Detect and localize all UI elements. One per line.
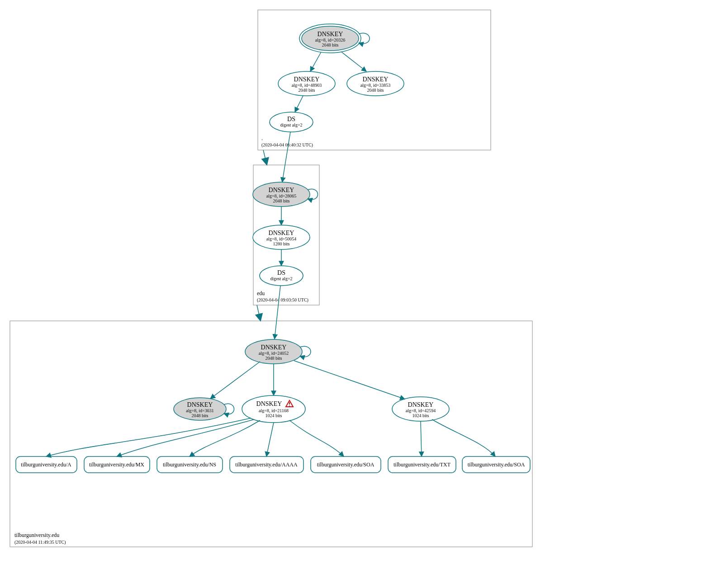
svg-text:DNSKEY: DNSKEY	[261, 344, 287, 351]
svg-text:DNSKEY: DNSKEY	[269, 230, 294, 236]
edge-21168-mx	[117, 419, 254, 456]
edge-20326-33853	[341, 52, 366, 71]
edge-dsroot-28065	[282, 132, 290, 182]
svg-text:2048 bits: 2048 bits	[367, 88, 384, 93]
svg-text:DNSKEY: DNSKEY	[363, 76, 389, 83]
record-soa1: tilburguniversity.edu/SOA	[311, 456, 381, 473]
node-dnskey-28065: DNSKEY alg=8, id=28065 2048 bits	[253, 182, 310, 207]
zone-edu-timestamp: (2020-04-04 09:03:50 UTC)	[257, 297, 308, 303]
svg-text:alg=8, id=42594: alg=8, id=42594	[406, 408, 436, 413]
svg-text:2048 bits: 2048 bits	[266, 356, 282, 361]
svg-text:2048 bits: 2048 bits	[322, 42, 339, 47]
node-ds-root: DS digest alg=2	[270, 112, 313, 132]
node-dnskey-42594: DNSKEY alg=8, id=42594 1024 bits	[392, 397, 449, 421]
node-dnskey-24052: DNSKEY alg=8, id=24052 2048 bits	[245, 339, 302, 364]
record-mx: tilburguniversity.edu/MX	[84, 456, 150, 473]
zone-edu-label: edu	[257, 290, 265, 296]
svg-text:tilburguniversity.edu/NS: tilburguniversity.edu/NS	[163, 461, 216, 468]
svg-text:alg=8, id=33853: alg=8, id=33853	[360, 83, 390, 88]
edge-21168-soa1	[289, 420, 344, 456]
svg-text:digest alg=2: digest alg=2	[270, 276, 292, 281]
zone-root-timestamp: (2020-04-04 06:40:32 UTC)	[261, 142, 313, 148]
edge-21168-a	[46, 418, 251, 456]
svg-text:tilburguniversity.edu/A: tilburguniversity.edu/A	[21, 461, 71, 468]
edge-21168-aaaa	[266, 423, 274, 456]
zone-tilburg-label: tilburguniversity.edu	[14, 532, 59, 538]
record-soa2: tilburguniversity.edu/SOA	[462, 456, 530, 473]
edge-20326-48903	[310, 52, 321, 71]
svg-text:DNSKEY: DNSKEY	[187, 401, 213, 408]
node-dnskey-3631: DNSKEY alg=8, id=3631 2048 bits	[174, 398, 226, 420]
svg-text:alg=8, id=24052: alg=8, id=24052	[259, 351, 289, 356]
delegation-edu-tilburg	[257, 305, 261, 321]
svg-text:alg=8, id=21168: alg=8, id=21168	[259, 408, 289, 413]
record-a: tilburguniversity.edu/A	[16, 456, 77, 473]
svg-text:tilburguniversity.edu/SOA: tilburguniversity.edu/SOA	[468, 461, 525, 468]
svg-text:1280 bits: 1280 bits	[273, 241, 290, 246]
svg-text:DNSKEY: DNSKEY	[408, 401, 434, 408]
edge-dsedu-24052	[275, 286, 280, 339]
svg-text:alg=8, id=20326: alg=8, id=20326	[315, 38, 345, 42]
edge-42594-soa2	[432, 419, 495, 456]
svg-text:tilburguniversity.edu/SOA: tilburguniversity.edu/SOA	[317, 461, 375, 468]
node-dnskey-48903: DNSKEY alg=8, id=48903 2048 bits	[278, 71, 335, 96]
node-dnskey-21168: DNSKEY alg=8, id=21168 1024 bits	[242, 395, 305, 423]
record-aaaa: tilburguniversity.edu/AAAA	[230, 456, 303, 473]
edge-42594-txt	[421, 421, 422, 456]
node-dnskey-20326: DNSKEY alg=8, id=20326 2048 bits	[299, 24, 361, 53]
svg-text:alg=8, id=48903: alg=8, id=48903	[292, 83, 322, 88]
svg-text:2048 bits: 2048 bits	[192, 413, 209, 418]
svg-text:alg=8, id=3631: alg=8, id=3631	[186, 408, 213, 413]
svg-text:digest alg=2: digest alg=2	[280, 122, 302, 127]
svg-point-40	[289, 405, 290, 406]
svg-text:DNSKEY: DNSKEY	[256, 400, 282, 407]
zone-root-label: .	[261, 135, 263, 141]
record-ns: tilburguniversity.edu/NS	[157, 456, 223, 473]
delegation-root-edu	[263, 150, 267, 165]
zone-tilburg-timestamp: (2020-04-04 11:49:35 UTC)	[14, 540, 66, 545]
svg-text:DNSKEY: DNSKEY	[294, 76, 320, 83]
node-dnskey-50054: DNSKEY alg=8, id=50054 1280 bits	[253, 225, 310, 249]
svg-text:alg=8, id=50054: alg=8, id=50054	[266, 236, 296, 241]
svg-text:tilburguniversity.edu/AAAA: tilburguniversity.edu/AAAA	[235, 461, 298, 468]
svg-text:2048 bits: 2048 bits	[299, 88, 315, 93]
record-txt: tilburguniversity.edu/TXT	[388, 456, 456, 473]
svg-text:alg=8, id=28065: alg=8, id=28065	[266, 193, 296, 198]
svg-text:DNSKEY: DNSKEY	[318, 31, 343, 38]
svg-text:DNSKEY: DNSKEY	[269, 187, 294, 193]
edge-24052-3631	[210, 362, 260, 399]
dnssec-diagram: . (2020-04-04 06:40:32 UTC) DNSKEY alg=8…	[5, 5, 716, 588]
svg-text:DS: DS	[277, 269, 285, 276]
node-ds-edu: DS digest alg=2	[260, 266, 303, 286]
svg-text:DS: DS	[287, 116, 295, 122]
svg-text:1024 bits: 1024 bits	[266, 413, 282, 418]
edge-21168-ns	[190, 420, 260, 456]
svg-text:tilburguniversity.edu/MX: tilburguniversity.edu/MX	[89, 461, 144, 468]
edge-24052-42594	[294, 361, 405, 399]
svg-text:1024 bits: 1024 bits	[413, 413, 429, 418]
node-dnskey-33853: DNSKEY alg=8, id=33853 2048 bits	[347, 71, 404, 96]
svg-text:2048 bits: 2048 bits	[273, 198, 290, 203]
edge-48903-ds	[295, 96, 303, 112]
svg-text:tilburguniversity.edu/TXT: tilburguniversity.edu/TXT	[394, 461, 451, 468]
